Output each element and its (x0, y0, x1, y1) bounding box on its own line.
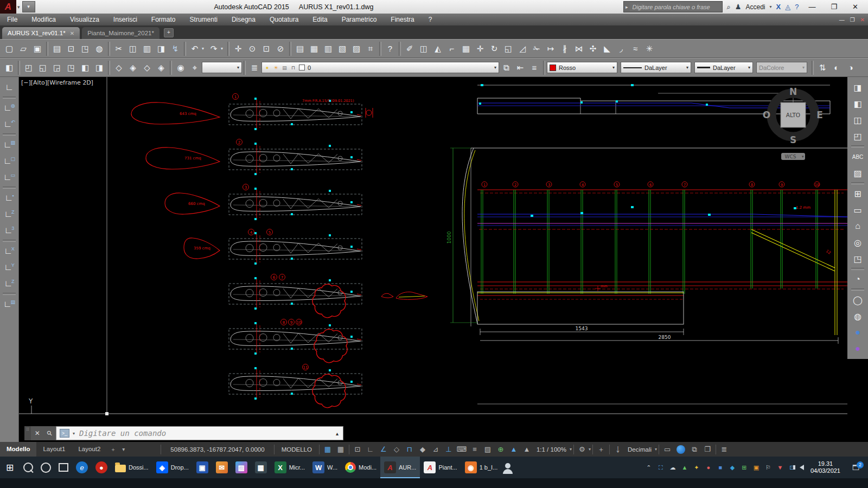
units-caret-icon[interactable]: ▾ (655, 447, 657, 452)
workspace-gear-icon[interactable]: ⚙ (576, 444, 589, 455)
share-icon[interactable]: ⧉ (688, 444, 701, 455)
join-icon[interactable]: ⋈ (572, 42, 586, 56)
a360-icon[interactable]: X (776, 3, 781, 11)
menu-visualizza[interactable]: Visualizza (63, 14, 106, 25)
menu-parametrico[interactable]: Parametrico (335, 14, 384, 25)
infer-constraints-icon[interactable]: ⊡ (351, 444, 364, 455)
iso-nw-icon[interactable]: ◈ (154, 61, 168, 75)
command-history-icon[interactable]: ▴ (336, 431, 340, 436)
menu-inserisci[interactable]: Inserisci (106, 14, 144, 25)
app-photos[interactable]: ▨ (232, 457, 251, 478)
text-front-icon[interactable]: ABC (850, 149, 865, 165)
ortho-toggle-icon[interactable]: ∟ (364, 444, 377, 455)
match-properties-icon[interactable]: ◨ (154, 42, 168, 56)
ucs-x-icon[interactable]: ∟X (2, 243, 17, 259)
fillet-icon[interactable]: ◞ (614, 42, 628, 56)
copy-clip-icon[interactable]: ◫ (126, 42, 140, 56)
named-views-icon[interactable]: ⌖ (188, 61, 202, 75)
customize-status-icon[interactable]: ≣ (718, 444, 731, 455)
view-bottom-icon[interactable]: ◱ (36, 61, 50, 75)
redo-icon[interactable]: ↷ (207, 42, 221, 56)
named-view-circle-icon[interactable]: ◔ (850, 271, 865, 287)
viewport-clip-icon[interactable]: ◳ (850, 251, 865, 267)
object-track-icon[interactable]: ⊿ (429, 444, 442, 455)
tab-aurus[interactable]: AURUS X1_rev01.1* ✕ (2, 27, 80, 39)
search-button[interactable] (20, 457, 37, 478)
autocad-logo-icon[interactable]: A (0, 0, 16, 14)
wcs-button[interactable]: WCS ▾ (781, 153, 805, 160)
iso-ne-icon[interactable]: ◇ (140, 61, 154, 75)
transparency-toggle-icon[interactable]: ▨ (481, 444, 494, 455)
tray-icon-1[interactable]: ⛶ (656, 464, 665, 471)
layer-color-swatch[interactable] (299, 65, 305, 70)
taskbar-clock[interactable]: 19.31 04/03/2021 (807, 460, 844, 474)
ucs-object-icon[interactable]: ∟▢ (2, 153, 17, 169)
autoscale-icon[interactable]: ▲ (520, 444, 533, 455)
tray-icon-4[interactable]: ✦ (692, 464, 701, 471)
tab-layout1[interactable]: Layout1 (36, 442, 72, 457)
a360-status-icon[interactable] (676, 445, 685, 454)
workspace-caret-icon[interactable]: ▾ (589, 447, 591, 452)
command-close-icon[interactable]: ✕ (35, 429, 40, 437)
tray-icon-3[interactable]: ▲ (680, 464, 689, 471)
new-layout-button[interactable]: ＋ (107, 446, 119, 453)
minimize-button[interactable]: — (803, 3, 821, 11)
grid-toggle-icon[interactable]: ▦ (321, 444, 334, 455)
search-caret-icon[interactable]: ▸ (624, 4, 630, 10)
viewport-single-icon[interactable]: ▭ (850, 202, 865, 218)
tray-icon-2[interactable]: ☁ (668, 464, 677, 471)
app-save[interactable]: ▣ (193, 457, 212, 478)
ucs-view-icon[interactable]: ∟▭ (2, 169, 17, 185)
units-label[interactable]: Decimali (624, 446, 655, 453)
viewcube[interactable]: N O E S ALTO (658, 86, 823, 145)
help-icon[interactable]: ? (795, 3, 799, 11)
trim-icon[interactable]: ✁ (529, 42, 544, 56)
open-icon[interactable]: ▱ (16, 42, 30, 56)
tab-pianta[interactable]: Pianta_Maimone_2021* (82, 27, 159, 39)
app-mail[interactable]: ✉ (212, 457, 232, 478)
new-tab-button[interactable]: + (164, 28, 174, 37)
wireframe-2d-icon[interactable]: ◯ (850, 292, 865, 308)
menu-edita[interactable]: Edita (305, 14, 334, 25)
tool-palettes-icon[interactable]: ▥ (321, 42, 335, 56)
tray-icon-6[interactable]: ■ (716, 464, 725, 471)
layer-dropdown[interactable]: ● ☀ ▤ ⊓ 0 ▾ (261, 62, 499, 73)
realistic-icon[interactable]: ● (850, 324, 865, 341)
viewport-polygonal-icon[interactable]: ⌂ (850, 218, 865, 234)
viewport-object-icon[interactable]: ◎ (850, 234, 865, 251)
viewcube-east[interactable]: E (816, 110, 823, 120)
scale-icon[interactable]: ◱ (501, 42, 515, 56)
user-icon[interactable]: ♟ (735, 3, 742, 11)
offset-icon[interactable]: ⌐ (445, 42, 459, 56)
ucs-icon[interactable]: ∟ (2, 79, 17, 95)
menu-disegna[interactable]: Disegna (225, 14, 263, 25)
isodraft-icon[interactable]: ◇ (390, 444, 403, 455)
send-back-icon[interactable]: ◧ (850, 95, 865, 112)
view-left-icon[interactable]: ◲ (50, 61, 64, 75)
menu-file[interactable]: File (0, 14, 24, 25)
search-input[interactable] (630, 2, 722, 11)
command-input[interactable] (78, 428, 333, 438)
send-under-icon[interactable]: ◰ (850, 128, 865, 144)
weld-icon[interactable]: ✣ (586, 42, 600, 56)
volume-icon[interactable] (800, 465, 804, 470)
tray-icon-7[interactable]: ◆ (728, 464, 737, 471)
layer-properties-icon[interactable]: ≣ (247, 61, 261, 75)
doc-close-button[interactable]: ✕ (860, 17, 865, 23)
tray-icon-10[interactable]: ⚐ (764, 464, 773, 471)
menu-strumenti[interactable]: Strumenti (183, 14, 225, 25)
tray-icon-5[interactable]: ● (704, 464, 713, 471)
layer-freeze-icon[interactable]: ☀ (273, 65, 279, 70)
app-excel[interactable]: XMicr... (271, 457, 309, 478)
annotation-visibility-icon[interactable]: ▲ (507, 444, 520, 455)
app-folder[interactable]: Dossi... (111, 457, 152, 478)
signin-caret-icon[interactable]: ▾ (770, 4, 772, 9)
design-center-icon[interactable]: ▦ (307, 42, 321, 56)
preview-icon[interactable]: ⊡ (64, 42, 78, 56)
app-calculator[interactable]: ▦ (251, 457, 271, 478)
erase-icon[interactable]: ✐ (403, 42, 417, 56)
stretch-icon[interactable]: ◿ (515, 42, 529, 56)
hardware-accel-icon[interactable]: ▭ (661, 444, 674, 455)
ucs-face-icon[interactable]: ∟▧ (2, 137, 17, 153)
view-back-icon[interactable]: ◨ (92, 61, 106, 75)
